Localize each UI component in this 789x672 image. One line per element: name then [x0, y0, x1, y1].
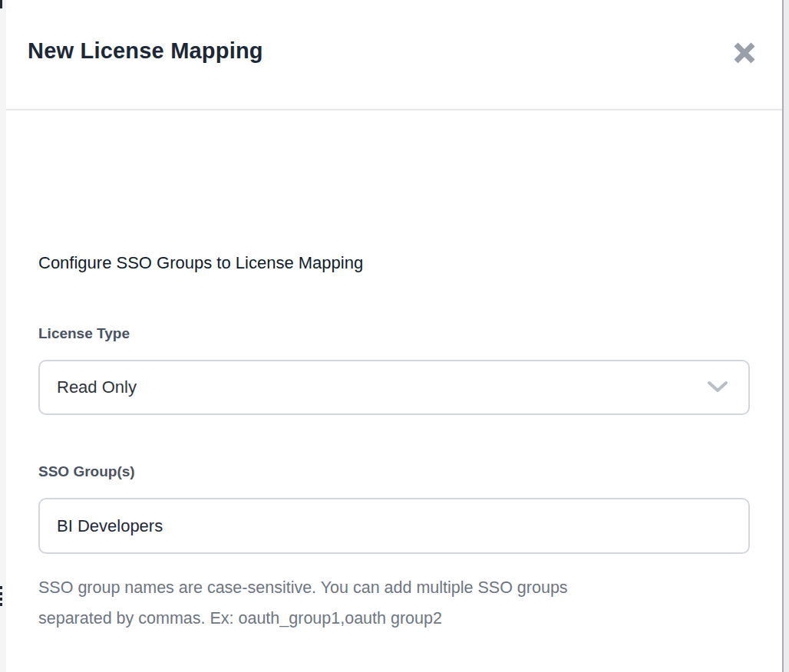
background-page-fragment	[0, 592, 2, 595]
new-license-mapping-dialog: New License Mapping Configure SSO Groups…	[6, 0, 784, 672]
sso-groups-input[interactable]	[38, 498, 750, 554]
close-button[interactable]	[731, 40, 758, 66]
dialog-subtitle: Configure SSO Groups to License Mapping	[38, 253, 363, 273]
background-page-fragment	[0, 603, 2, 606]
dialog-title: New License Mapping	[28, 38, 263, 64]
sso-groups-help-text: SSO group names are case-sensitive. You …	[38, 572, 568, 634]
dialog-header: New License Mapping	[6, 0, 782, 110]
license-type-label: License Type	[38, 325, 130, 342]
background-page-edge	[0, 0, 6, 672]
close-icon	[733, 41, 756, 64]
background-page-fragment	[0, 598, 2, 601]
background-page-fragment	[0, 0, 2, 8]
help-line-2: separated by commas. Ex: oauth_group1,oa…	[38, 603, 568, 634]
license-type-select[interactable]: Read Only	[38, 360, 750, 415]
license-type-selected-value: Read Only	[57, 377, 707, 397]
sso-groups-label: SSO Group(s)	[38, 463, 135, 480]
chevron-down-icon	[707, 380, 728, 394]
help-line-1: SSO group names are case-sensitive. You …	[38, 572, 568, 603]
background-page-fragment	[0, 586, 2, 589]
